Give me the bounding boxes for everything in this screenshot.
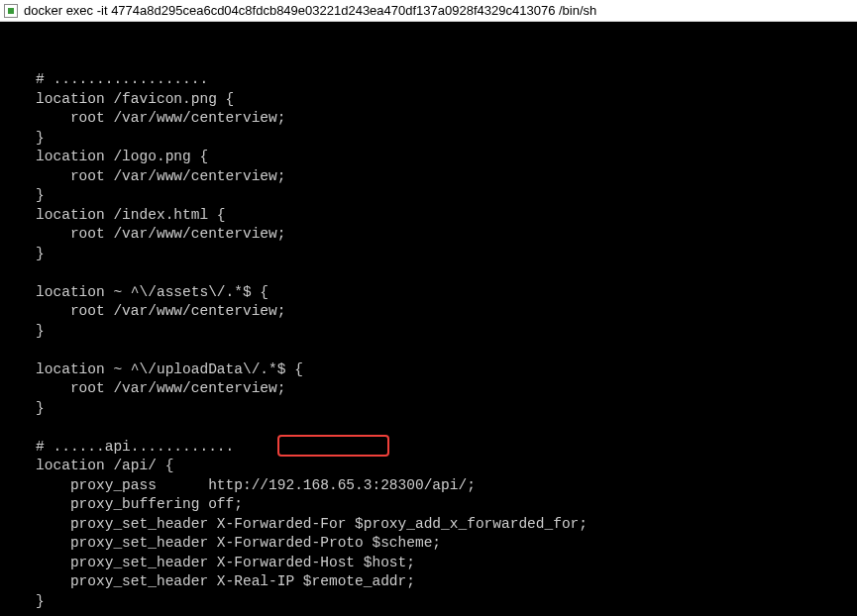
terminal-icon xyxy=(4,4,18,18)
terminal-code-block: # .................. location /favicon.p… xyxy=(10,70,857,611)
window-title-text: docker exec -it 4774a8d295cea6cd04c8fdcb… xyxy=(24,3,596,18)
terminal-output[interactable]: # .................. location /favicon.p… xyxy=(0,22,857,616)
window-title-bar: docker exec -it 4774a8d295cea6cd04c8fdcb… xyxy=(0,0,857,22)
terminal-icon-inner xyxy=(8,8,14,14)
